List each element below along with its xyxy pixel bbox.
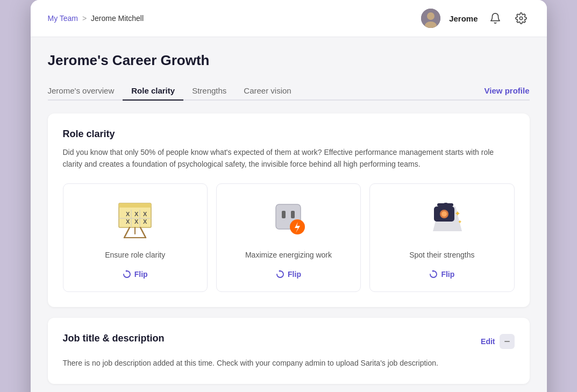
edit-button[interactable]: Edit <box>481 334 514 349</box>
svg-text:X: X <box>134 211 139 217</box>
svg-text:X: X <box>126 211 130 217</box>
svg-line-16 <box>140 227 146 238</box>
svg-rect-20 <box>282 211 286 218</box>
tip-label-maximize-energizing: Maximize energizing work <box>245 251 332 259</box>
gear-icon <box>515 12 527 24</box>
settings-button[interactable] <box>512 10 530 27</box>
minus-icon <box>503 338 511 345</box>
tip-card-maximize-energizing-work: Maximize energizing work Flip <box>216 183 361 292</box>
tip-icon-plug <box>264 199 312 242</box>
breadcrumb: My Team > Jerome Mitchell <box>48 14 144 23</box>
job-title-section-header: Job title & description Edit <box>63 333 515 351</box>
svg-text:X: X <box>143 218 147 225</box>
tip-card-spot-strengths: ✦ ✦ Spot their strengths Flip <box>369 183 514 292</box>
tip-label-ensure-role-clarity: Ensure role clarity <box>105 251 165 259</box>
flip-label-2: Flip <box>288 270 301 279</box>
tip-icon-spotlight: ✦ ✦ <box>418 199 466 242</box>
svg-point-28 <box>441 211 447 217</box>
svg-text:✦: ✦ <box>454 209 461 218</box>
flip-icon-2 <box>276 270 284 279</box>
svg-rect-31 <box>504 341 510 342</box>
breadcrumb-current-person: Jerome Mitchell <box>91 14 144 23</box>
top-bar: My Team > Jerome Mitchell Jerome <box>31 0 547 37</box>
svg-point-1 <box>427 12 434 20</box>
flip-button-spot-strengths[interactable]: Flip <box>425 268 459 281</box>
tab-strengths[interactable]: Strengths <box>183 82 235 99</box>
tip-card-ensure-role-clarity: X X X X X X <box>63 183 208 292</box>
job-title-description: There is no job description added at thi… <box>63 357 515 369</box>
tip-icon-whiteboard: X X X X X X <box>111 199 159 242</box>
svg-text:X: X <box>143 211 147 217</box>
tips-grid: X X X X X X <box>63 183 515 292</box>
main-content: Jerome's Career Growth Jerome's overview… <box>31 37 547 392</box>
svg-text:X: X <box>134 218 139 225</box>
tip-label-spot-strengths: Spot their strengths <box>409 251 474 259</box>
job-title-card: Job title & description Edit There is no… <box>48 318 530 384</box>
svg-line-15 <box>124 227 130 238</box>
role-clarity-description: Did you know that only 50% of people kno… <box>63 146 515 170</box>
user-name-label: Jerome <box>449 14 478 23</box>
flip-icon-1 <box>123 270 131 279</box>
flip-button-maximize-energizing[interactable]: Flip <box>272 268 305 281</box>
role-clarity-card-title: Role clarity <box>63 129 515 140</box>
breadcrumb-my-team-link[interactable]: My Team <box>48 14 79 23</box>
view-profile-link[interactable]: View profile <box>485 86 530 95</box>
svg-text:X: X <box>126 218 130 225</box>
role-clarity-card: Role clarity Did you know that only 50% … <box>48 113 530 307</box>
flip-label-3: Flip <box>441 270 454 279</box>
svg-point-3 <box>519 17 523 20</box>
tab-overview[interactable]: Jerome's overview <box>48 82 123 99</box>
tab-career-vision[interactable]: Career vision <box>235 82 300 99</box>
svg-text:✦: ✦ <box>458 219 462 225</box>
bell-icon <box>489 12 501 24</box>
tabs-nav: Jerome's overview Role clarity Strengths… <box>48 82 530 101</box>
job-title-card-title: Job title & description <box>63 333 165 344</box>
svg-rect-5 <box>119 203 151 208</box>
flip-icon-3 <box>429 270 438 279</box>
avatar-image <box>421 9 440 28</box>
tab-role-clarity[interactable]: Role clarity <box>123 82 183 99</box>
edit-label: Edit <box>481 337 495 346</box>
breadcrumb-separator: > <box>82 14 87 23</box>
svg-rect-21 <box>291 211 295 218</box>
edit-icon-box <box>500 334 515 349</box>
flip-button-ensure-role-clarity[interactable]: Flip <box>118 268 152 281</box>
avatar <box>421 9 440 28</box>
svg-point-24 <box>443 203 449 207</box>
header-right: Jerome <box>421 9 529 28</box>
flip-label-1: Flip <box>134 270 148 279</box>
page-title: Jerome's Career Growth <box>48 52 530 69</box>
notifications-button[interactable] <box>487 10 504 27</box>
